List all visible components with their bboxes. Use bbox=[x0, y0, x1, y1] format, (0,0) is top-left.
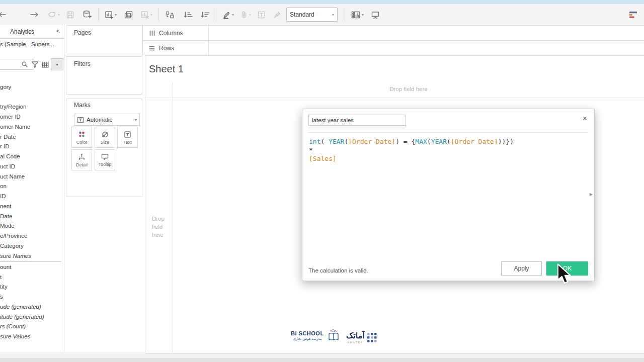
text-button[interactable]: Text bbox=[117, 127, 138, 148]
datasource-name[interactable]: s (Sample - Supers... bbox=[0, 41, 64, 47]
replay-button[interactable]: ▾ bbox=[46, 7, 62, 22]
field-item[interactable]: uct Name bbox=[0, 171, 63, 182]
save-button[interactable] bbox=[64, 7, 76, 22]
view-options-button[interactable]: ▾ bbox=[51, 58, 63, 70]
field-item[interactable]: omer ID bbox=[0, 112, 63, 122]
highlight-button[interactable]: ▾ bbox=[220, 7, 236, 22]
field-item[interactable] bbox=[0, 92, 63, 102]
swap-rows-columns-button[interactable] bbox=[163, 7, 177, 22]
field-item[interactable]: sure Names bbox=[0, 251, 63, 261]
measure-list: ountttitysude (generated)itude (generate… bbox=[0, 262, 63, 341]
drop-zone-rows[interactable]: Drop field here bbox=[152, 215, 173, 239]
field-item[interactable]: gory bbox=[0, 82, 63, 92]
highlight-pen-icon bbox=[222, 11, 231, 19]
header-divider bbox=[145, 98, 644, 98]
field-item[interactable]: al Code bbox=[0, 151, 63, 161]
columns-shelf-label: Columns bbox=[143, 26, 209, 40]
apply-button[interactable]: Apply bbox=[501, 261, 542, 276]
color-button[interactable]: Color bbox=[71, 127, 92, 148]
marks-card: Marks Automatic ▾ Color Size bbox=[66, 99, 142, 197]
pin-icon bbox=[273, 11, 281, 19]
refresh-loop-icon bbox=[48, 11, 57, 19]
formula-editor[interactable]: int( YEAR([Order Date]) = {MAX(YEAR([Ord… bbox=[309, 137, 584, 163]
field-item[interactable]: Date bbox=[0, 211, 63, 221]
columns-shelf[interactable]: Columns bbox=[142, 25, 644, 41]
cell-size-button[interactable]: ▾ bbox=[349, 7, 366, 22]
tooltip-button[interactable]: Tooltip bbox=[95, 149, 115, 170]
view-grid-icon[interactable] bbox=[42, 61, 49, 68]
field-item[interactable]: nent bbox=[0, 201, 63, 211]
mark-type-value: Automatic bbox=[87, 117, 112, 123]
field-item[interactable]: tity bbox=[0, 282, 63, 292]
collapse-pane-button[interactable]: < bbox=[56, 28, 60, 35]
formula-token-fn: int bbox=[309, 138, 320, 145]
chevron-down-icon: ▾ bbox=[58, 13, 60, 17]
sort-ascending-icon bbox=[184, 11, 193, 19]
close-icon[interactable]: × bbox=[583, 114, 587, 123]
presentation-mode-button[interactable] bbox=[369, 7, 382, 22]
fit-dropdown[interactable]: Standard ▾ bbox=[286, 8, 338, 22]
field-item[interactable]: omer Name bbox=[0, 122, 63, 132]
field-item[interactable]: uct ID bbox=[0, 161, 63, 171]
redo-button[interactable] bbox=[28, 7, 42, 22]
field-item[interactable]: try/Region bbox=[0, 102, 63, 112]
tab-analytics[interactable]: Analytics < bbox=[0, 25, 64, 39]
expand-panel-icon[interactable]: ▶ bbox=[590, 192, 593, 197]
toolbar: ▾ ▾ bbox=[0, 4, 644, 26]
field-item[interactable]: on bbox=[0, 182, 63, 192]
clear-sheet-icon bbox=[140, 11, 149, 19]
field-item[interactable]: t bbox=[0, 272, 63, 282]
field-item[interactable]: sure Values bbox=[0, 331, 63, 341]
presentation-icon bbox=[371, 11, 380, 19]
field-item[interactable]: ID bbox=[0, 191, 63, 201]
textbox-button[interactable] bbox=[255, 7, 268, 22]
field-item[interactable]: ount bbox=[0, 262, 63, 272]
detail-button[interactable]: Detail bbox=[71, 149, 92, 170]
field-item[interactable]: Mode bbox=[0, 221, 63, 231]
filter-funnel-icon[interactable] bbox=[31, 61, 39, 68]
new-worksheet-button[interactable]: ▾ bbox=[103, 7, 119, 22]
clear-sheet-button[interactable]: ▾ bbox=[138, 7, 154, 22]
amatak-subtitle: AMATEK bbox=[347, 341, 363, 344]
save-icon bbox=[66, 11, 74, 19]
chevron-down-icon: ▾ bbox=[332, 13, 334, 17]
attach-button[interactable]: ▾ bbox=[238, 7, 253, 22]
color-label: Color bbox=[76, 140, 88, 145]
fix-axes-button[interactable] bbox=[271, 7, 283, 22]
text-icon bbox=[123, 130, 132, 139]
undo-button[interactable] bbox=[0, 7, 9, 22]
field-item[interactable]: itude (generated) bbox=[0, 312, 63, 322]
field-item[interactable]: ude (generated) bbox=[0, 302, 63, 312]
rows-icon bbox=[149, 45, 155, 51]
toolbar-divider bbox=[158, 8, 159, 21]
field-item[interactable]: e/Province bbox=[0, 231, 63, 241]
calculation-name-input[interactable] bbox=[308, 115, 406, 126]
size-button[interactable]: Size bbox=[95, 127, 115, 148]
calculation-editor-dialog: × int( YEAR([Order Date]) = {MAX(YEAR([O… bbox=[302, 109, 595, 281]
drop-zone-columns[interactable]: Drop field here bbox=[173, 86, 644, 92]
search-input[interactable] bbox=[0, 59, 33, 70]
sort-ascending-button[interactable] bbox=[182, 7, 195, 22]
formula-token-plain: ( bbox=[320, 138, 329, 145]
sort-descending-button[interactable] bbox=[199, 7, 212, 22]
mark-type-dropdown[interactable]: Automatic ▾ bbox=[74, 114, 140, 126]
pages-shelf[interactable]: Pages bbox=[66, 25, 142, 53]
field-item[interactable]: rs (Count) bbox=[0, 322, 63, 332]
formula-token-plain: ) = { bbox=[395, 138, 415, 145]
new-datasource-button[interactable] bbox=[80, 7, 94, 22]
field-item[interactable]: s bbox=[0, 292, 63, 302]
show-me-button[interactable] bbox=[627, 7, 640, 22]
search-icon bbox=[21, 61, 28, 68]
filters-shelf[interactable]: Filters bbox=[66, 56, 142, 95]
cell-size-icon bbox=[351, 11, 361, 19]
rows-shelf[interactable]: Rows bbox=[142, 41, 644, 55]
amatak-grid-icon bbox=[367, 333, 377, 342]
fit-dropdown-value: Standard bbox=[290, 11, 314, 18]
field-item[interactable]: Category bbox=[0, 241, 63, 251]
amatak-title: آماتک bbox=[346, 331, 365, 340]
field-item[interactable]: r Date bbox=[0, 132, 63, 142]
field-item[interactable]: r ID bbox=[0, 142, 63, 152]
forward-arrow-icon bbox=[30, 11, 40, 19]
formula-line: * bbox=[309, 146, 584, 154]
duplicate-button[interactable] bbox=[122, 7, 135, 22]
